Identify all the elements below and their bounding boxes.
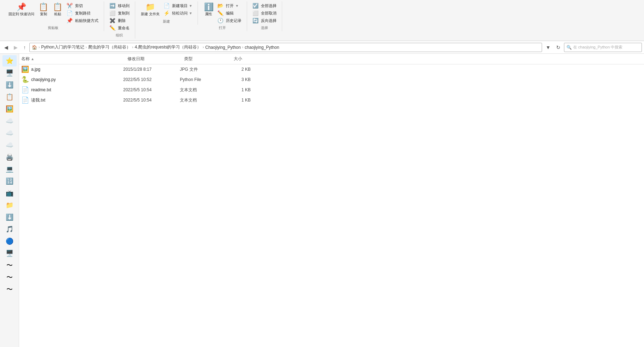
- copy-path-button[interactable]: 📄 复制路径: [65, 10, 100, 17]
- pin-icon: 📌: [17, 3, 26, 11]
- col-header-date[interactable]: 修改日期: [125, 55, 182, 63]
- select-group-label: 选择: [251, 24, 278, 30]
- sidebar-item-music[interactable]: 🎵: [2, 224, 17, 235]
- address-part-2[interactable]: 爬虫的学习（尚硅谷）: [88, 44, 131, 50]
- select-all-button[interactable]: ☑️ 全部选择: [251, 2, 278, 9]
- address-part-5[interactable]: chaojiying_Python: [245, 45, 279, 50]
- sidebar-item-calc[interactable]: 🔢: [2, 175, 17, 187]
- sidebar-item-documents[interactable]: 📋: [2, 91, 17, 103]
- table-row[interactable]: 🐍 chaojiying.py 2022/5/5 10:52 Python Fi…: [19, 75, 644, 85]
- easy-access-icon: ⚡: [164, 10, 170, 16]
- rename-button[interactable]: ✏️ 重命名: [108, 24, 131, 31]
- sidebar-item-printer[interactable]: 🖨️: [2, 151, 17, 163]
- sidebar-item-pc[interactable]: 💻: [2, 163, 17, 175]
- history-button[interactable]: 🕐 历史记录: [216, 17, 243, 24]
- sidebar-item-downloads[interactable]: ⬇️: [2, 79, 17, 91]
- file-size: 1 KB: [229, 87, 258, 92]
- sidebar-item-spin2[interactable]: 〜: [2, 272, 17, 283]
- sidebar-item-onedrive3[interactable]: ☁️: [2, 139, 17, 151]
- file-date: 2022/5/5 10:52: [123, 77, 180, 82]
- explorer-window: 📌 固定到 快速访问 📋 复制 📋 粘贴 ✂️ 剪切: [0, 0, 644, 347]
- table-row[interactable]: 📄 读我.txt 2022/5/5 10:54 文本文档 1 KB: [19, 95, 644, 105]
- deselect-all-button[interactable]: ⬜ 全部取消: [251, 10, 278, 17]
- open-group-label: 打开: [201, 24, 243, 30]
- open-button[interactable]: 📂 打开 ▼: [216, 2, 243, 9]
- invert-selection-button[interactable]: 🔄 反向选择: [251, 17, 278, 24]
- copy-to-button[interactable]: ⬜ 复制到: [108, 10, 131, 17]
- file-name-cell: 📄 readme.txt: [19, 86, 123, 94]
- file-type: JPG 文件: [180, 66, 229, 73]
- address-part-1[interactable]: Python入门的学习笔记: [41, 44, 84, 50]
- file-name: a.jpg: [31, 67, 40, 72]
- edit-button[interactable]: ✏️ 编辑: [216, 10, 243, 17]
- delete-button[interactable]: ✖️ 删除: [108, 17, 131, 24]
- sidebar-item-quickaccess[interactable]: ⭐: [2, 55, 17, 66]
- properties-icon: ℹ️: [204, 3, 213, 11]
- organize-small-group: ➡️ 移动到 ⬜ 复制到 ✖️ 删除 ✏️ 重命名: [108, 2, 131, 31]
- file-name: 读我.txt: [31, 97, 45, 103]
- organize-group-label: 组织: [108, 31, 131, 38]
- column-headers: 名称 ▲ 修改日期 类型 大小: [19, 54, 644, 64]
- sidebar-item-spin1[interactable]: 〜: [2, 260, 17, 271]
- paste-shortcut-button[interactable]: 📌 粘贴快捷方式: [65, 17, 100, 24]
- back-button[interactable]: ◀: [2, 43, 10, 52]
- col-header-size[interactable]: 大小: [232, 55, 260, 63]
- history-icon: 🕐: [217, 18, 223, 23]
- new-folder-icon: 📁: [146, 3, 155, 11]
- ribbon-open-group: ℹ️ 属性 📂 打开 ▼ ✏️ 编辑 🕐 历史记录: [198, 1, 247, 31]
- new-small-group: 📄 新建项目 ▼ ⚡ 轻松访问 ▼: [162, 2, 194, 17]
- rename-icon: ✏️: [109, 25, 115, 31]
- deselect-all-icon: ⬜: [252, 10, 258, 16]
- sidebar-item-download2[interactable]: ⬇️: [2, 212, 17, 223]
- sort-arrow: ▲: [31, 57, 34, 61]
- address-part-4[interactable]: Chaojiying_Python: [205, 45, 241, 50]
- paste-button[interactable]: 📋 粘贴: [51, 2, 65, 18]
- new-item-button[interactable]: 📄 新建项目 ▼: [162, 2, 194, 9]
- sidebar-item-blue[interactable]: 🔵: [2, 236, 17, 247]
- file-size: 3 KB: [229, 77, 258, 82]
- sidebar-item-pictures[interactable]: 🖼️: [2, 103, 17, 115]
- file-icon: 📄: [21, 96, 29, 104]
- up-button[interactable]: ↑: [21, 43, 28, 52]
- file-date: 2022/5/5 10:54: [123, 87, 180, 92]
- sidebar-item-folder[interactable]: 📁: [2, 199, 17, 211]
- edit-icon: ✏️: [217, 10, 223, 16]
- file-date: 2022/5/5 10:54: [123, 98, 180, 103]
- sidebar-item-app[interactable]: 📺: [2, 187, 17, 199]
- cut-button[interactable]: ✂️ 剪切: [65, 2, 100, 9]
- copy-button[interactable]: 📋 复制: [36, 2, 51, 18]
- expand-address-button[interactable]: ▼: [543, 43, 553, 52]
- refresh-button[interactable]: ↻: [554, 43, 563, 52]
- sidebar-item-spin3[interactable]: 〜: [2, 284, 17, 295]
- sidebar-item-onedrive1[interactable]: ☁️: [2, 115, 17, 127]
- forward-button[interactable]: ▶: [12, 43, 20, 52]
- table-row[interactable]: 📄 readme.txt 2022/5/5 10:54 文本文档 1 KB: [19, 85, 644, 95]
- properties-button[interactable]: ℹ️ 属性: [201, 2, 216, 18]
- paste-shortcut-icon: 📌: [67, 18, 73, 23]
- easy-access-chevron: ▼: [189, 11, 193, 15]
- ribbon-organize-group: ➡️ 移动到 ⬜ 复制到 ✖️ 删除 ✏️ 重命名: [104, 1, 135, 39]
- pin-to-quickaccess-button[interactable]: 📌 固定到 快速访问: [6, 2, 36, 18]
- new-folder-button[interactable]: 📁 新建 文件夹: [139, 2, 162, 18]
- address-bar[interactable]: 🏠 › Python入门的学习笔记 › 爬虫的学习（尚硅谷） › 4.爬虫的re…: [29, 43, 542, 52]
- address-part-3[interactable]: 4.爬虫的requests的学习（尚硅谷）: [135, 44, 201, 50]
- col-header-type[interactable]: 类型: [182, 55, 232, 63]
- easy-access-button[interactable]: ⚡ 轻松访问 ▼: [162, 10, 194, 17]
- sidebar-item-desktop[interactable]: 🖥️: [2, 67, 17, 79]
- move-icon: ➡️: [109, 3, 115, 8]
- file-name-cell: 📄 读我.txt: [19, 96, 123, 104]
- open-icon: 📂: [217, 3, 223, 8]
- new-item-chevron: ▼: [189, 4, 193, 8]
- search-icon: 🔍: [566, 45, 572, 50]
- search-bar[interactable]: 🔍 在 chaojiying_Python 中搜索: [564, 43, 642, 52]
- sidebar: ⭐ 🖥️ ⬇️ 📋 🖼️ ☁️ ☁️ ☁️ 🖨️ 💻 🔢 📺 📁 ⬇️ 🎵 🔵 …: [0, 54, 19, 347]
- table-row[interactable]: 🖼️ a.jpg 2015/1/28 8:17 JPG 文件 2 KB: [19, 64, 644, 75]
- address-home-icon[interactable]: 🏠: [32, 45, 37, 50]
- file-date: 2015/1/28 8:17: [123, 67, 180, 72]
- sidebar-item-onedrive2[interactable]: ☁️: [2, 127, 17, 139]
- move-to-button[interactable]: ➡️ 移动到: [108, 2, 131, 9]
- copy-path-icon: 📄: [67, 10, 73, 16]
- select-all-icon: ☑️: [252, 3, 258, 8]
- sidebar-item-desktop2[interactable]: 🖥️: [2, 248, 17, 259]
- col-header-name[interactable]: 名称 ▲: [19, 55, 125, 63]
